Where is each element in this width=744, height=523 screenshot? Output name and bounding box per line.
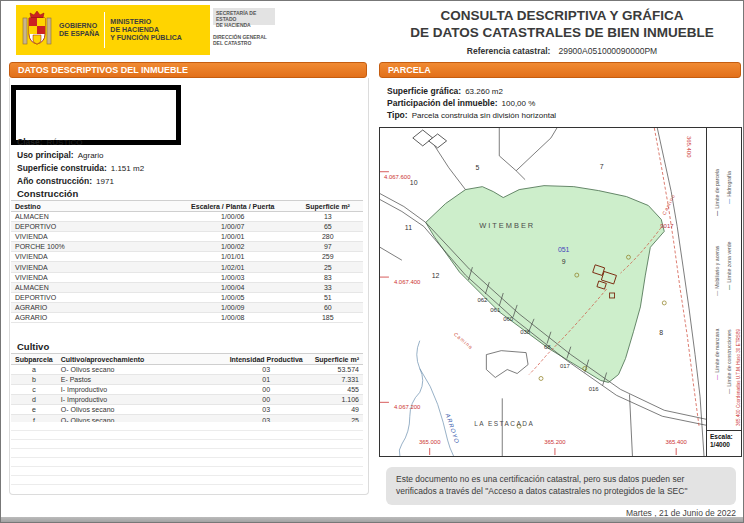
government-banner: GOBIERNO DE ESPAÑA MINISTERIO DE HACIEND… bbox=[16, 5, 210, 55]
coord-right-edge: 365.400 bbox=[686, 136, 692, 158]
map-scale: Escala: 1/4000 bbox=[707, 430, 741, 456]
legend-limite-parcela: —Límite de parcela bbox=[714, 169, 720, 216]
coord-365400: 365.400 bbox=[665, 439, 687, 445]
section-bar-inmueble: DATOS DESCRIPTIVOS DEL INMUEBLE bbox=[9, 62, 367, 78]
coord-4067400: 4.067.400 bbox=[394, 279, 421, 285]
legend-hidrografia: —Hidrografía bbox=[726, 171, 732, 204]
table-row: bE- Pastos017.331 bbox=[11, 375, 363, 385]
cadastral-map: 4.067.600 4.067.400 4.067.200 365.000 36… bbox=[380, 128, 706, 456]
redacted-address-box bbox=[11, 85, 181, 145]
anio-construccion-field: Año construcción:1971 bbox=[17, 176, 114, 186]
cultivo-table: Subparcela Cultivo/aprovechamiento Inten… bbox=[11, 353, 363, 426]
cadastral-map-frame: 4.067.600 4.067.400 4.067.200 365.000 36… bbox=[379, 127, 742, 457]
coord-4067600: 4.067.600 bbox=[384, 174, 411, 180]
parcel-12: 12 bbox=[432, 272, 440, 279]
subparcel-038: 038 bbox=[520, 329, 531, 335]
coord-4067200: 4.067.200 bbox=[394, 404, 421, 410]
col-cultivo: Cultivo/aprovechamiento bbox=[57, 354, 222, 365]
direccion-label: DIRECCIÓN GENERAL DEL CATASTRO bbox=[213, 34, 275, 46]
col-escalera: Escalera / Planta / Puerta bbox=[173, 201, 293, 212]
table-row: VIVIENDA1/00/01280 bbox=[11, 232, 363, 242]
legend-zona-verde: —Límite zona verde bbox=[726, 242, 732, 290]
parcel-9017: 9017 bbox=[660, 223, 674, 229]
construccion-heading: Construcción bbox=[17, 188, 78, 199]
table-row: AGRARIO1/00/08185 bbox=[11, 312, 363, 322]
parcel-051-polygon bbox=[426, 186, 665, 383]
spain-coat-of-arms-icon bbox=[20, 8, 54, 52]
col-subparcela: Subparcela bbox=[11, 354, 57, 365]
participacion-field: Participación del inmueble:100,00 % bbox=[387, 98, 535, 108]
legend-coords-utm: 365.400 Coordenadas U.T.M. Huso 30 ETRS8… bbox=[736, 329, 741, 426]
coord-365200: 365.200 bbox=[544, 439, 566, 445]
table-row: DEPORTIVO1/00/0551 bbox=[11, 292, 363, 302]
superficie-construida-field: Superficie construida:1.151 m2 bbox=[17, 163, 144, 173]
document-title: CONSULTA DESCRIPTIVA Y GRÁFICA DE DATOS … bbox=[383, 7, 741, 41]
construccion-table-wrap: Destino Escalera / Planta / Puerta Super… bbox=[11, 200, 363, 323]
col-superficie-cultivo: Superficie m² bbox=[310, 354, 363, 365]
camino-label-bottom: Camino bbox=[453, 332, 474, 351]
subparcel-060: 060 bbox=[503, 316, 514, 322]
table-row: DEPORTIVO1/00/0765 bbox=[11, 222, 363, 232]
title-line1: CONSULTA DESCRIPTIVA Y GRÁFICA bbox=[383, 7, 741, 24]
referencia-value: 29900A051000090000PM bbox=[558, 46, 657, 56]
escala-value: 1/4000 bbox=[710, 441, 741, 449]
table-row: eO- Olivos secano0349 bbox=[11, 405, 363, 415]
subparcel-061: 061 bbox=[490, 307, 501, 313]
table-row: PORCHE 100%1/00/0297 bbox=[11, 242, 363, 252]
disclaimer-note: Este documento no es una certificación c… bbox=[386, 467, 736, 505]
gobierno-label: GOBIERNO DE ESPAÑA bbox=[54, 22, 104, 38]
parcel-9: 9 bbox=[562, 258, 566, 265]
col-destino: Destino bbox=[11, 201, 173, 212]
parcel-10: 10 bbox=[410, 179, 418, 186]
witember-label: WITEMBER bbox=[479, 221, 535, 230]
parcel-11: 11 bbox=[405, 224, 412, 231]
subparcel-68: 68 bbox=[544, 344, 551, 350]
tipo-field: Tipo:Parcela construida sin división hor… bbox=[387, 110, 556, 120]
clase-field: Clase:RÚSTICO bbox=[17, 137, 83, 147]
subparcel-016: 016 bbox=[589, 386, 600, 392]
table-row: VIVIENDA1/01/01259 bbox=[11, 252, 363, 262]
construccion-table: Destino Escalera / Planta / Puerta Super… bbox=[11, 200, 363, 323]
table-row: ALMACEN1/00/0433 bbox=[11, 282, 363, 292]
referencia-label: Referencia catastral: bbox=[467, 46, 551, 56]
cultivo-heading: Cultivo bbox=[17, 341, 49, 352]
secretaria-label: SECRETARÍA DE ESTADO DE HACIENDA bbox=[213, 8, 275, 25]
subparcel-062: 062 bbox=[477, 297, 488, 303]
coord-365000: 365.000 bbox=[419, 439, 441, 445]
table-row: AGRARIO1/00/0960 bbox=[11, 302, 363, 312]
table-row: cI- Improductivo00455 bbox=[11, 385, 363, 395]
parcel-051: 051 bbox=[558, 246, 570, 253]
la-estacada-label: LA ESTACADA bbox=[474, 420, 534, 427]
bottom-edge-strip bbox=[1, 517, 744, 523]
parcel-5: 5 bbox=[475, 164, 479, 171]
empty-table-rows bbox=[11, 422, 363, 488]
parcel-8: 8 bbox=[659, 329, 663, 336]
subparcel-017: 017 bbox=[560, 363, 571, 369]
ministerio-label: MINISTERIO DE HACIENDA Y FUNCIÓN PÚBLICA bbox=[105, 18, 186, 42]
uso-field: Uso principal:Agrario bbox=[17, 150, 103, 160]
referencia-catastral: Referencia catastral:29900A051000090000P… bbox=[383, 46, 741, 56]
parcel-7: 7 bbox=[600, 163, 604, 170]
col-intensidad: Intensidad Productiva bbox=[222, 354, 310, 365]
table-row: aO- Olivos secano0353.574 bbox=[11, 365, 363, 375]
table-row: VIVIENDA1/02/0125 bbox=[11, 262, 363, 272]
col-superficie: Superficie m² bbox=[293, 201, 363, 212]
section-bar-parcela: PARCELA bbox=[379, 62, 741, 78]
cadastral-document: GOBIERNO DE ESPAÑA MINISTERIO DE HACIEND… bbox=[0, 0, 744, 523]
cultivo-table-wrap: Subparcela Cultivo/aprovechamiento Inten… bbox=[11, 353, 363, 426]
table-row: dI- Improductivo001.106 bbox=[11, 395, 363, 405]
table-row: ALMACEN1/00/0613 bbox=[11, 212, 363, 222]
map-legend: —Límite de parcela —Hidrografía —Mobilia… bbox=[706, 128, 741, 456]
title-line2: DE DATOS CATASTRALES DE BIEN INMUEBLE bbox=[383, 24, 741, 41]
legend-mobiliario: —Mobiliario y aceras bbox=[714, 246, 720, 296]
legend-limite-construcciones: —Límite de construcciones bbox=[726, 329, 732, 394]
escala-label: Escala: bbox=[710, 433, 741, 441]
superficie-grafica-field: Superficie gráfica:63.260 m2 bbox=[387, 86, 503, 96]
building-cluster-top bbox=[413, 130, 447, 148]
legend-limite-manzana: —Límite de manzana bbox=[714, 329, 720, 380]
table-row: VIVIENDA1/00/0383 bbox=[11, 272, 363, 282]
arroyo-label: ARROYO bbox=[444, 412, 460, 445]
